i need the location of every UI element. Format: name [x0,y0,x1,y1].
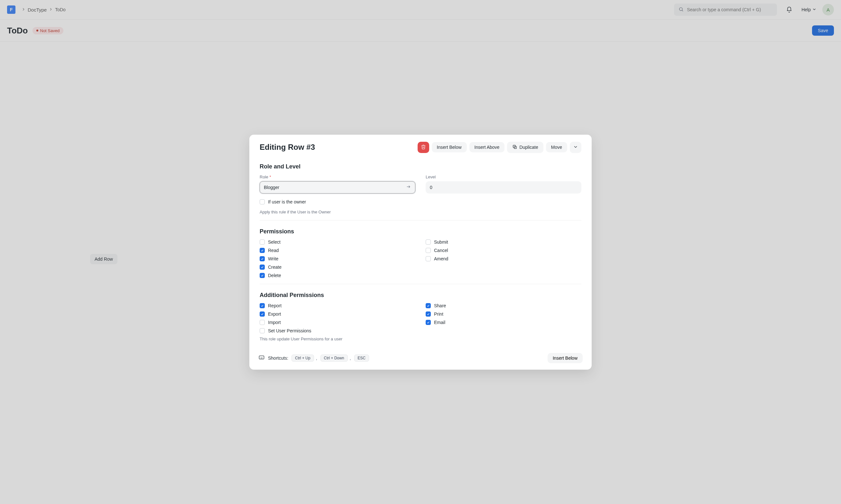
modal-more-button[interactable] [570,142,581,153]
modal: Editing Row #3 Insert Below Insert Above… [249,135,592,370]
permission-item: Email [426,320,581,325]
permission-item: Share [426,303,581,308]
keyboard-icon [258,354,265,362]
permission-label: Email [434,320,445,325]
permissions-col-left: SelectReadWriteCreateDelete [260,239,415,278]
owner-checkbox[interactable] [260,199,265,204]
permission-checkbox[interactable] [260,320,265,325]
trash-icon [421,144,426,150]
permission-checkbox[interactable] [260,311,265,317]
shortcuts-label: Shortcuts: [268,356,288,361]
permission-checkbox[interactable] [426,256,431,261]
insert-below-button[interactable]: Insert Below [432,142,467,152]
permission-label: Share [434,303,446,308]
permission-item: Read [260,248,415,253]
permission-item: Amend [426,256,581,261]
chevron-down-icon [573,144,578,150]
arrow-right-icon[interactable] [406,184,411,190]
permission-item: Submit [426,239,581,245]
permission-item: Delete [260,273,415,278]
permission-checkbox[interactable] [260,303,265,308]
owner-checkbox-label: If user is the owner [268,199,306,204]
permission-label: Write [268,256,278,261]
permission-label: Delete [268,273,281,278]
permission-label: Set User Permissions [268,328,311,333]
insert-below-footer-button[interactable]: Insert Below [548,353,583,363]
duplicate-button[interactable]: Duplicate [507,142,543,153]
svg-rect-5 [259,356,264,359]
permission-item: Import [260,320,415,325]
additional-col-left: ReportExportImportSet User Permissions [260,303,415,333]
permission-label: Print [434,311,443,317]
permission-item: Print [426,311,581,317]
permission-label: Report [268,303,281,308]
permission-item: Cancel [426,248,581,253]
permission-checkbox[interactable] [426,239,431,245]
shortcut-ctrl-down: Ctrl + Down [321,355,348,362]
additional-help: This role update User Permissions for a … [260,337,581,341]
section-permissions: Permissions [260,228,581,235]
level-label: Level [426,175,581,179]
permission-checkbox[interactable] [260,265,265,270]
section-role-level: Role and Level [260,163,581,170]
additional-col-right: SharePrintEmail [426,303,581,333]
permission-checkbox[interactable] [260,273,265,278]
permission-item: Export [260,311,415,317]
move-button[interactable]: Move [546,142,567,152]
role-label: Role * [260,175,415,179]
permission-checkbox[interactable] [260,256,265,261]
shortcut-ctrl-up: Ctrl + Up [291,355,314,362]
level-input[interactable] [426,181,581,194]
section-additional: Additional Permissions [260,292,581,299]
permission-checkbox[interactable] [426,311,431,317]
permission-checkbox[interactable] [426,320,431,325]
permission-checkbox[interactable] [426,248,431,253]
permission-label: Amend [434,256,448,261]
permission-item: Report [260,303,415,308]
permission-item: Select [260,239,415,245]
role-input[interactable] [260,181,415,194]
permission-checkbox[interactable] [260,248,265,253]
permission-item: Create [260,265,415,270]
permission-item: Write [260,256,415,261]
permission-item: Set User Permissions [260,328,415,333]
permission-checkbox[interactable] [260,239,265,245]
permission-label: Create [268,265,281,270]
owner-help: Apply this rule if the User is the Owner [260,210,415,214]
delete-row-button[interactable] [417,142,429,153]
permission-label: Export [268,311,281,317]
modal-title: Editing Row #3 [260,143,417,152]
permission-label: Import [268,320,281,325]
permissions-col-right: SubmitCancelAmend [426,239,581,278]
permission-checkbox[interactable] [260,328,265,333]
permission-label: Cancel [434,248,448,253]
permission-label: Read [268,248,279,253]
permission-checkbox[interactable] [426,303,431,308]
shortcut-esc: ESC [354,355,370,362]
permission-label: Submit [434,239,448,245]
permission-label: Select [268,239,280,245]
modal-overlay: Editing Row #3 Insert Below Insert Above… [0,0,841,504]
insert-above-button[interactable]: Insert Above [469,142,505,152]
copy-icon [512,144,517,150]
